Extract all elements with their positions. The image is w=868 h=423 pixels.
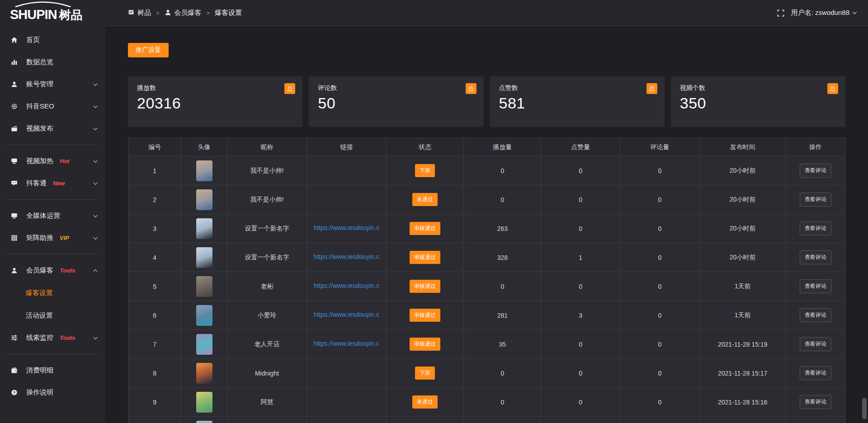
stat-card-value: 350: [680, 94, 836, 112]
publish-time: 20小时前: [699, 156, 785, 185]
status-badge[interactable]: 未通过: [412, 193, 438, 206]
stat-card-value: 581: [499, 94, 656, 112]
sidebar-item-baoke-settings[interactable]: 爆客设置: [0, 282, 105, 304]
sidebar-item-tag: VIP: [60, 235, 69, 241]
view-comments-button[interactable]: 查看评论: [800, 250, 831, 264]
play-count: 35: [464, 330, 541, 359]
column-header: 评论量: [620, 138, 699, 156]
sidebar-item-operation-guide[interactable]: ?操作说明: [0, 381, 105, 404]
chat-icon: [11, 180, 19, 187]
avatar: [196, 421, 212, 423]
view-comments-button[interactable]: 查看评论: [800, 164, 831, 178]
view-comments-button[interactable]: 查看评论: [800, 221, 831, 235]
row-id: 3: [128, 214, 181, 243]
sidebar-item-tag: Tools: [60, 334, 75, 341]
column-header: 播放量: [464, 138, 541, 156]
sidebar-item-label: 抖音SEO: [26, 102, 54, 111]
status-badge[interactable]: 审核通过: [410, 251, 440, 264]
sidebar-item-tag: Tools: [60, 267, 75, 274]
stat-card: 播放数 20316 总: [128, 76, 302, 127]
total-badge: 总: [466, 83, 476, 94]
status-badge[interactable]: 审核通过: [410, 338, 440, 351]
nav-divider: [7, 254, 98, 254]
video-link[interactable]: https://www.iesdouyin.c: [314, 311, 380, 318]
stat-card-label: 点赞数: [499, 84, 656, 92]
status-badge[interactable]: 未通过: [412, 395, 438, 409]
view-comments-button[interactable]: 查看评论: [800, 337, 831, 351]
view-comments-button[interactable]: 查看评论: [800, 395, 831, 409]
view-comments-button[interactable]: 查看评论: [800, 308, 831, 322]
video-link[interactable]: https://www.iesdouyin.c: [314, 253, 380, 260]
column-header: 操作: [786, 138, 845, 156]
video-link[interactable]: https://www.iesdouyin.c: [314, 282, 380, 289]
like-count: 0: [541, 359, 620, 388]
nickname: 老人开店: [227, 330, 307, 359]
home-icon: [11, 37, 19, 43]
status-badge[interactable]: 下架: [415, 164, 435, 177]
sidebar-item-consumption-details[interactable]: 消费明细: [0, 359, 105, 381]
sliders-icon: [11, 334, 19, 341]
sidebar-item-data-overview[interactable]: 数据总览: [0, 51, 105, 73]
view-comments-button[interactable]: 查看评论: [800, 193, 831, 207]
sidebar-item-omni-media[interactable]: 全媒体运营: [0, 205, 105, 227]
sidebar-item-activity-settings[interactable]: 活动设置: [0, 304, 105, 327]
board-icon: [128, 9, 134, 17]
breadcrumb-separator: >: [207, 9, 210, 16]
sidebar-item-member-baoke[interactable]: 会员爆客Tools: [0, 259, 105, 282]
status-badge[interactable]: 审核通过: [410, 309, 440, 322]
view-comments-button[interactable]: 查看评论: [800, 279, 831, 293]
sidebar-item-douketong[interactable]: 抖客通New: [0, 172, 105, 194]
status-badge[interactable]: 审核通过: [410, 222, 440, 235]
sidebar-item-clue-monitor[interactable]: 线索监控Tools: [0, 327, 105, 349]
like-count: 0: [541, 330, 620, 359]
breadcrumb-item[interactable]: 会员爆客: [165, 9, 202, 17]
publish-time: 2021-11-28 15:19: [699, 330, 785, 359]
sidebar-item-account-management[interactable]: 账号管理: [0, 73, 105, 95]
nickname: 我不是小帅!: [227, 156, 307, 185]
username[interactable]: 用户名: zswodun88: [791, 9, 857, 17]
brand-logo[interactable]: SHUPIN树品: [0, 0, 105, 26]
publish-time: 2021-11-28 15:17: [699, 359, 785, 388]
video-link[interactable]: https://www.iesdouyin.c: [314, 224, 380, 231]
scrollbar-thumb[interactable]: [862, 398, 867, 419]
sidebar-item-label: 矩阵助推: [26, 234, 53, 242]
sidebar-item-douyin-seo[interactable]: 抖音SEO: [0, 95, 105, 118]
stat-card-value: 20316: [137, 94, 293, 112]
nickname: 老彬: [227, 272, 307, 301]
nav-divider: [7, 145, 98, 145]
sidebar-item-label: 操作说明: [26, 388, 53, 397]
sidebar-item-video-heating[interactable]: 视频加热Hot: [0, 150, 105, 172]
breadcrumb: 树品>会员爆客>爆客设置: [128, 9, 242, 17]
user-icon: [165, 9, 171, 17]
publish-time: [699, 417, 785, 423]
status-badge[interactable]: 审核通过: [410, 280, 440, 293]
table-row: 7 老人开店 https://www.iesdouyin.c 审核通过 35 0…: [128, 330, 845, 359]
row-id: 7: [128, 330, 181, 359]
comment-count: [620, 417, 699, 423]
video-link[interactable]: https://www.iesdouyin.c: [314, 340, 380, 347]
breadcrumb-item[interactable]: 树品: [128, 9, 151, 17]
avatar: [196, 189, 212, 210]
comment-count: 0: [620, 214, 699, 243]
sidebar-item-home[interactable]: 首页: [0, 29, 105, 51]
row-id: 9: [128, 388, 181, 417]
promo-settings-button[interactable]: 推广设置: [128, 43, 169, 57]
row-id: 8: [128, 359, 181, 388]
view-comments-button[interactable]: 查看评论: [800, 366, 831, 380]
grid-icon: [11, 235, 19, 241]
nav-divider: [7, 354, 98, 354]
row-id: [128, 417, 181, 423]
table-header-row: 编号头像昵称链接状态播放量点赞量评论量发布时间操作: [128, 138, 845, 156]
nickname: 设置一个新名字: [227, 214, 307, 243]
stat-card-value: 50: [318, 94, 474, 112]
comment-count: 0: [620, 243, 699, 272]
publish-time: 20小时前: [699, 214, 785, 243]
play-count: 0: [464, 388, 541, 417]
user-icon: [11, 267, 19, 274]
sidebar-item-video-publish[interactable]: 视频发布: [0, 118, 105, 140]
play-count: 281: [464, 301, 541, 330]
sidebar-item-matrix-boost[interactable]: 矩阵助推VIP: [0, 227, 105, 249]
chevron-down-icon: [93, 335, 98, 341]
fullscreen-icon[interactable]: [777, 9, 784, 17]
status-badge[interactable]: 下架: [415, 367, 435, 380]
